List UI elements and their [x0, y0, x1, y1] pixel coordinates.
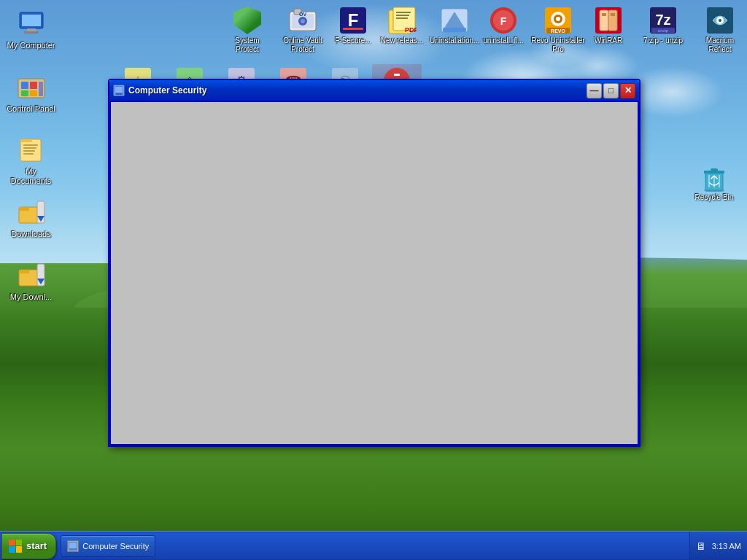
my-computer-label: My Computer [7, 41, 55, 50]
f-secure-icon-image: F [338, 6, 368, 35]
svg-rect-35 [396, 12, 411, 13]
desktop-icon-f-secure[interactable]: F F-Secure... [328, 4, 378, 47]
window-content [109, 101, 639, 446]
network-icon: 🖥 [696, 540, 706, 552]
system-protect-icon-image [233, 6, 262, 35]
svg-rect-6 [30, 82, 37, 89]
svg-rect-15 [23, 153, 34, 155]
my-documents-label: My Documents [6, 167, 56, 186]
uninstallation-icon-image [440, 6, 469, 35]
taskbar-app-computer-security-icon [67, 540, 79, 552]
svg-rect-1 [22, 15, 41, 26]
taskbar-app-label: Computer Security [82, 542, 149, 551]
downloads-label: Downloads [11, 230, 50, 239]
svg-rect-55 [611, 13, 615, 16]
desktop-icon-control-panel[interactable]: Control Panel [4, 71, 58, 116]
start-button[interactable]: start [1, 533, 56, 559]
recycle-bin-icon-image [700, 163, 729, 192]
online-vault-label: Online Vault Protect [276, 36, 330, 54]
window-title-text: Computer Security [128, 85, 583, 96]
desktop-icon-system-protect[interactable]: SystemProtect [222, 4, 272, 56]
desktop: My Computer Control Panel [0, 0, 747, 560]
taskbar-app-computer-security[interactable]: Computer Security [61, 535, 155, 557]
computer-security-window: Computer Security — □ ✕ [108, 79, 640, 447]
online-vault-icon-image: OV [288, 6, 317, 35]
revo-label: Revo Uninstaller Pro [531, 36, 585, 54]
7zip-icon-image: 7z unzip [649, 6, 678, 35]
window-title-icon [113, 85, 125, 96]
svg-rect-14 [23, 150, 35, 152]
window-maximize-button[interactable]: □ [603, 83, 619, 98]
desktop-icon-uninstallation[interactable]: Uninstallation... [427, 4, 481, 47]
window-minimize-button[interactable]: — [587, 83, 602, 98]
svg-text:OV: OV [299, 12, 306, 17]
svg-rect-81 [115, 87, 123, 93]
svg-rect-84 [69, 542, 77, 548]
desktop-icon-my-downloads[interactable]: My Downl... [4, 259, 58, 304]
svg-rect-32 [343, 28, 363, 30]
f-secure-label: F-Secure... [335, 36, 371, 45]
desktop-icon-winrar[interactable]: WinRAR [584, 4, 633, 47]
svg-rect-21 [19, 270, 29, 273]
revo-icon-image: REVO [543, 6, 573, 35]
my-computer-icon-image [17, 9, 46, 39]
desktop-icon-online-vault[interactable]: OV Online Vault Protect [274, 4, 332, 56]
svg-rect-3 [24, 31, 39, 34]
svg-rect-54 [602, 13, 606, 16]
svg-text:7z: 7z [655, 12, 670, 28]
winrar-icon-image [594, 6, 623, 35]
window-close-button[interactable]: ✕ [620, 83, 635, 98]
desktop-icon-recycle-bin[interactable]: Recycle Bin [689, 160, 740, 204]
taskbar-system-tray: 🖥 3:13 AM [689, 532, 747, 560]
svg-point-48 [556, 17, 560, 21]
svg-rect-8 [30, 90, 37, 96]
svg-rect-5 [21, 82, 28, 89]
window-titlebar[interactable]: Computer Security — □ ✕ [109, 80, 639, 101]
svg-rect-17 [19, 207, 29, 211]
new-release-icon-image: PDF [387, 6, 417, 35]
svg-rect-2 [27, 28, 36, 31]
svg-text:F: F [500, 15, 507, 27]
desktop-icon-new-release[interactable]: PDF New releas... [377, 4, 427, 47]
svg-rect-36 [396, 15, 409, 16]
svg-rect-82 [116, 93, 122, 95]
svg-text:PDF: PDF [405, 26, 417, 34]
svg-rect-9 [39, 82, 43, 96]
desktop-icon-downloads[interactable]: Downloads [4, 196, 58, 241]
svg-point-62 [719, 19, 721, 22]
uninstall-fl-icon-image: F [489, 6, 518, 35]
desktop-icon-my-computer[interactable]: My Computer [4, 7, 58, 52]
svg-point-27 [301, 19, 305, 23]
svg-rect-11 [20, 139, 32, 142]
svg-rect-74 [394, 74, 400, 76]
control-panel-icon-image [17, 73, 46, 102]
my-downloads-label: My Downl... [10, 292, 52, 302]
desktop-icon-7zip[interactable]: 7z unzip 7 zip - unzip [638, 4, 688, 47]
svg-rect-37 [396, 18, 408, 19]
desktop-icon-macrium[interactable]: Macrium Reflect [693, 4, 747, 56]
desktop-icon-my-documents[interactable]: My Documents [4, 133, 58, 188]
window-controls: — □ ✕ [587, 83, 635, 98]
new-release-label: New releas... [381, 36, 423, 45]
svg-text:F: F [348, 10, 359, 30]
recycle-bin-label: Recycle Bin [695, 193, 734, 202]
taskbar-apps: Computer Security [58, 535, 689, 557]
svg-rect-12 [23, 144, 38, 146]
macrium-icon-image [705, 6, 735, 35]
start-label: start [26, 540, 47, 551]
svg-rect-13 [23, 147, 36, 149]
uninstallation-label: Uninstallation... [430, 36, 479, 45]
my-documents-icon-image [17, 136, 46, 165]
desktop-icon-revo[interactable]: REVO Revo Uninstaller Pro [529, 4, 587, 56]
clock: 3:13 AM [712, 542, 741, 551]
system-protect-label: SystemProtect [235, 36, 259, 54]
control-panel-label: Control Panel [7, 104, 55, 114]
desktop-icon-uninstall-fl[interactable]: F uninstall_fl... [479, 4, 528, 47]
svg-rect-79 [711, 168, 718, 171]
svg-rect-41 [443, 28, 466, 32]
winrar-label: WinRAR [595, 36, 622, 45]
macrium-label: Macrium Reflect [695, 36, 745, 54]
uninstall-fl-label: uninstall_fl... [483, 36, 524, 45]
7zip-label: 7 zip - unzip [643, 36, 683, 45]
svg-text:unzip: unzip [658, 28, 669, 33]
